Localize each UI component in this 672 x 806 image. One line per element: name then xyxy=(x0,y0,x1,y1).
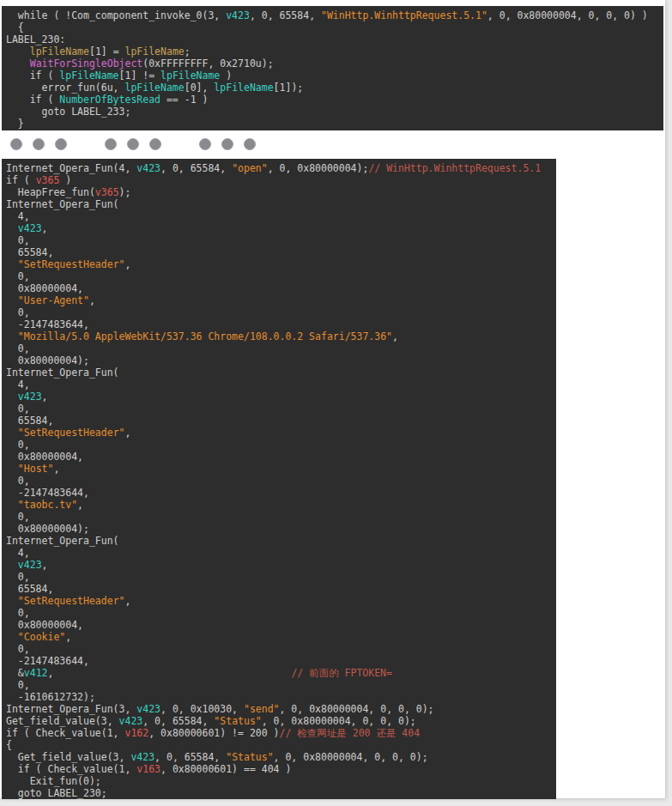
code-segment: , xyxy=(53,463,59,475)
code-segment: if ( xyxy=(6,174,36,186)
code-line: 0, xyxy=(6,306,556,318)
code-line: 4, xyxy=(6,547,556,559)
code-segment: "open" xyxy=(232,162,268,174)
code-line: 0, xyxy=(6,643,556,655)
code-line: 0, xyxy=(6,607,556,619)
code-line: Get_field_value(3, v423, 0, 65584, "Stat… xyxy=(6,751,556,763)
code-line: 0x80000004, xyxy=(6,619,556,631)
code-segment: Internet_Opera_Fun(3, xyxy=(6,703,136,715)
code-segment: , xyxy=(77,499,83,511)
code-segment: [1] != xyxy=(119,70,160,82)
code-line: { xyxy=(6,21,663,33)
code-segment: v163 xyxy=(136,763,160,775)
code-segment xyxy=(6,330,18,342)
code-segment: , xyxy=(124,258,130,270)
code-segment xyxy=(6,559,18,571)
code-segment: , xyxy=(65,631,71,643)
code-line: 4, xyxy=(6,379,556,391)
code-segment: & xyxy=(6,667,24,679)
separator-dots-row xyxy=(0,137,665,151)
code-line: 0x80000004); xyxy=(6,523,556,535)
code-line: "SetRequestHeader", xyxy=(6,427,556,439)
code-segment: , 0, 0x80000004, 0, 0, 0); xyxy=(262,715,416,727)
separator-dot-icon xyxy=(105,138,117,150)
code-segment: 0, xyxy=(6,643,30,655)
code-segment: , xyxy=(124,427,130,439)
code-segment: Internet_Opera_Fun( xyxy=(6,535,119,547)
code-segment: 0, xyxy=(6,475,30,487)
code-line: "SetRequestHeader", xyxy=(6,595,556,607)
code-segment: 0, xyxy=(6,403,30,415)
code-segment: 4, xyxy=(6,547,30,559)
code-segment: Get_field_value(3, xyxy=(6,715,119,727)
code-segment: , xyxy=(42,222,48,234)
code-segment: 0, xyxy=(6,679,30,691)
code-segment: "SetRequestHeader" xyxy=(18,595,125,607)
code-segment: "Cookie" xyxy=(18,631,65,643)
code-segment: v412 xyxy=(24,667,48,679)
code-line: if ( v365 ) xyxy=(6,174,556,186)
code-line: "Mozilla/5.0 AppleWebKit/537.36 Chrome/1… xyxy=(6,330,556,342)
code-segment: -2147483644, xyxy=(6,318,89,330)
code-segment: lpFileName xyxy=(30,45,89,58)
code-segment: LABEL_230: xyxy=(6,33,65,45)
code-segment: "Mozilla/5.0 AppleWebKit/537.36 Chrome/1… xyxy=(18,330,392,342)
code-line: Get_field_value(3, v423, 0, 65584, "Stat… xyxy=(6,715,556,727)
code-line: 65584, xyxy=(6,415,556,427)
code-segment xyxy=(6,391,18,403)
code-segment: "Status" xyxy=(214,715,261,727)
code-segment: 0, xyxy=(6,607,30,619)
code-line: -2147483644, xyxy=(6,487,556,499)
code-segment xyxy=(6,595,18,607)
code-line: if ( NumberOfBytesRead == -1 ) xyxy=(6,94,663,106)
code-line: 0, xyxy=(6,403,556,415)
separator-dot-icon xyxy=(33,138,45,150)
code-line: 0, xyxy=(6,270,556,282)
code-segment: [1]); xyxy=(274,82,304,94)
code-segment: , xyxy=(42,559,48,571)
code-line: "Cookie", xyxy=(6,631,556,643)
code-segment: , 0, 65584, xyxy=(142,715,214,727)
code-segment: v423 xyxy=(119,715,143,727)
code-segment: 0x80000004); xyxy=(6,355,89,367)
code-segment: lpFileName xyxy=(124,82,184,94)
code-segment: { xyxy=(6,739,12,751)
code-segment: v423 xyxy=(18,391,42,403)
code-line: Internet_Opera_Fun(4, v423, 0, 65584, "o… xyxy=(6,162,556,174)
code-line: goto LABEL_230; xyxy=(6,787,556,799)
code-segment: , xyxy=(42,391,48,403)
code-segment: , xyxy=(392,330,398,342)
separator-dot-icon xyxy=(10,138,22,150)
code-line: 0, xyxy=(6,679,556,691)
separator-dot-icon xyxy=(244,138,256,150)
code-segment: "taobc.tv" xyxy=(18,499,77,511)
code-segment: lpFileName xyxy=(59,70,118,82)
code-segment: 0, xyxy=(6,306,30,318)
code-segment: WaitForSingleObject xyxy=(30,58,143,70)
code-segment: , xyxy=(89,294,95,306)
code-segment: while ( !Com_component_invoke_0(3, xyxy=(6,9,226,21)
code-segment: // 检查网址是 200 还是 404 xyxy=(280,727,421,739)
code-segment xyxy=(6,222,18,234)
code-segment: v365 xyxy=(36,174,60,186)
separator-dot-icon xyxy=(55,138,67,150)
code-segment xyxy=(6,427,18,439)
code-segment: ; xyxy=(185,45,191,58)
code-line: 0, xyxy=(6,234,556,246)
code-line: if ( lpFileName[1] != lpFileName ) xyxy=(6,70,663,82)
code-segment: ) xyxy=(59,174,71,186)
code-segment: , 0, 0x80000004, 0, 0, 0) ) xyxy=(487,9,648,21)
code-line: -2147483644, xyxy=(6,655,556,667)
code-line: "Host", xyxy=(6,463,556,475)
code-line: "User-Agent", xyxy=(6,294,556,306)
code-segment xyxy=(6,45,30,58)
code-segment: 0, xyxy=(6,511,30,523)
code-segment: 0x80000004, xyxy=(6,451,83,463)
code-segment: 4, xyxy=(6,210,30,222)
code-segment: 0, xyxy=(6,571,30,583)
code-segment: if ( xyxy=(6,70,59,82)
code-line: 65584, xyxy=(6,246,556,258)
code-line: if ( Check_value(1, v162, 0x80000601) !=… xyxy=(6,727,556,739)
code-segment: if ( Check_value(1, xyxy=(6,727,124,739)
code-line: "taobc.tv", xyxy=(6,499,556,511)
